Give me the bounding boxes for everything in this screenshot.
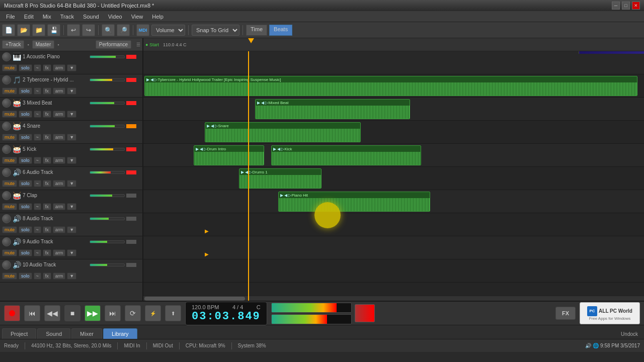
track-6-expand[interactable]: ▼ <box>67 180 76 187</box>
track-6-solo[interactable]: solo <box>19 180 32 187</box>
track-5-volume-bar[interactable] <box>90 148 125 151</box>
track-4-arm[interactable]: arm <box>53 134 66 141</box>
open-button[interactable]: 📂 <box>17 24 30 36</box>
track-2-solo[interactable]: solo <box>19 87 32 95</box>
track-4-knob[interactable] <box>2 122 11 131</box>
record-button[interactable] <box>4 305 20 321</box>
menu-help[interactable]: Help <box>148 13 168 21</box>
track-6-volume-bar[interactable] <box>90 171 125 174</box>
menu-track[interactable]: Track <box>56 13 78 21</box>
redo-button[interactable]: ↪ <box>82 24 95 36</box>
track-6-clip[interactable]: ▶ ◀ ▷ Drums 1 <box>239 168 321 189</box>
track-4-clip[interactable]: ▶ ◀ ▷ Snare <box>205 122 361 142</box>
fast-forward-button[interactable]: ⏭ <box>105 305 121 321</box>
track-3-fx[interactable]: fx <box>43 111 51 118</box>
menu-mix[interactable]: Mix <box>39 13 55 21</box>
arrange-area[interactable]: ● Start 110.0 4:4 C 1234567891011121314 <box>143 38 644 301</box>
minimize-button[interactable]: ─ <box>612 2 620 10</box>
search2-button[interactable]: 🔎 <box>117 24 130 36</box>
track-3-solo[interactable]: solo <box>19 111 32 118</box>
tab-project[interactable]: Project <box>2 328 36 339</box>
track-3-expand[interactable]: ▼ <box>67 111 76 118</box>
track-5-knob[interactable] <box>2 145 11 154</box>
performance-button[interactable]: Performance <box>96 40 131 49</box>
tab-mixer[interactable]: Mixer <box>71 328 102 339</box>
track-8-expand[interactable]: ▼ <box>67 226 76 233</box>
track-4-mute[interactable]: mute <box>2 134 17 141</box>
track-2-volume-bar[interactable] <box>90 78 125 81</box>
track-2-expand[interactable]: ▼ <box>67 87 76 95</box>
track-1-knob[interactable] <box>2 52 11 61</box>
master-button[interactable]: Master <box>32 40 55 49</box>
track-9-solo[interactable]: solo <box>19 249 32 256</box>
menu-file[interactable]: File <box>2 13 19 21</box>
track-5-fx[interactable]: fx <box>43 157 51 164</box>
track-1-arm[interactable]: arm <box>53 64 66 71</box>
search-button[interactable]: 🔍 <box>102 24 115 36</box>
track-1-solo[interactable]: solo <box>19 64 32 71</box>
menu-sound[interactable]: Sound <box>79 13 103 21</box>
track-3-knob[interactable] <box>2 99 11 108</box>
tab-sound[interactable]: Sound <box>37 328 70 339</box>
track-10-knob[interactable] <box>2 260 11 269</box>
close-button[interactable]: ✕ <box>632 2 640 10</box>
menu-video[interactable]: Video <box>104 13 126 21</box>
track-8-knob[interactable] <box>2 214 11 223</box>
track-7-solo[interactable]: solo <box>19 203 32 210</box>
undo-button[interactable]: ↩ <box>67 24 80 36</box>
track-10-solo[interactable]: solo <box>19 273 32 280</box>
track-10-mute[interactable]: mute <box>2 273 17 280</box>
track-2-fx[interactable]: fx <box>43 87 51 95</box>
track-4-volume-bar[interactable] <box>90 125 125 128</box>
track-7-knob[interactable] <box>2 191 11 200</box>
track-10-expand[interactable]: ▼ <box>67 273 76 280</box>
track-5-arm[interactable]: arm <box>53 157 66 164</box>
track-9-mute[interactable]: mute <box>2 249 17 256</box>
add-track-button[interactable]: +Track <box>2 40 24 49</box>
track-3-volume-bar[interactable] <box>90 102 125 105</box>
horizontal-scrollbar[interactable] <box>143 296 644 301</box>
track-6-arm[interactable]: arm <box>53 180 66 187</box>
track-6-knob[interactable] <box>2 168 11 177</box>
track-1-expand[interactable]: ▼ <box>67 64 76 71</box>
track-1-volume-bar[interactable] <box>90 55 125 58</box>
track-1-fx[interactable]: fx <box>43 64 51 71</box>
track-10-arm[interactable]: arm <box>53 273 66 280</box>
snap-dropdown[interactable]: Snap To Grid <box>192 25 239 36</box>
new-button[interactable]: 📄 <box>2 24 15 36</box>
volume-dropdown[interactable]: Volume <box>151 25 185 36</box>
track-8-solo[interactable]: solo <box>19 226 32 233</box>
track-7-mute[interactable]: mute <box>2 203 17 210</box>
time-button[interactable]: Time <box>246 25 267 36</box>
track-5-mute[interactable]: mute <box>2 157 17 164</box>
rewind-to-start-button[interactable]: ⏮ <box>24 305 40 321</box>
track-2-arm[interactable]: arm <box>53 87 66 95</box>
track-6-mute[interactable]: mute <box>2 180 17 187</box>
track-2-knob[interactable] <box>2 75 11 84</box>
stop-button[interactable]: ■ <box>64 305 80 321</box>
track-3-clip[interactable]: ▶ ◀ ▷ Mixed Beat <box>255 99 410 119</box>
track-9-knob[interactable] <box>2 237 11 246</box>
track-9-expand[interactable]: ▼ <box>67 249 76 256</box>
fx-button[interactable]: FX <box>555 307 576 320</box>
allpc-banner[interactable]: PC ALL PC World Free Apps for Windows <box>580 302 640 324</box>
track-7-expand[interactable]: ▼ <box>67 203 76 210</box>
mix-button[interactable]: ⬆ <box>165 305 181 321</box>
track-5-clip-1[interactable]: ▶ ◀ ▷ Drum Intro <box>194 145 264 165</box>
track-8-fx[interactable]: fx <box>43 226 51 233</box>
track-7-fx[interactable]: fx <box>43 203 51 210</box>
track-7-volume-bar[interactable] <box>90 194 125 197</box>
tab-library[interactable]: Library <box>103 328 137 339</box>
track-5-expand[interactable]: ▼ <box>67 157 76 164</box>
open2-button[interactable]: 📁 <box>32 24 45 36</box>
midi-button[interactable]: MDI <box>136 24 149 36</box>
track-8-mute[interactable]: mute <box>2 226 17 233</box>
track-2-mute[interactable]: mute <box>2 87 17 95</box>
maximize-button[interactable]: □ <box>622 2 630 10</box>
track-4-solo[interactable]: solo <box>19 134 32 141</box>
track-8-volume-bar[interactable] <box>90 217 125 220</box>
rewind-button[interactable]: ◀◀ <box>44 305 60 321</box>
track-1-mute[interactable]: mute <box>2 64 17 71</box>
save-button[interactable]: 💾 <box>47 24 60 36</box>
track-9-volume-bar[interactable] <box>90 240 125 243</box>
